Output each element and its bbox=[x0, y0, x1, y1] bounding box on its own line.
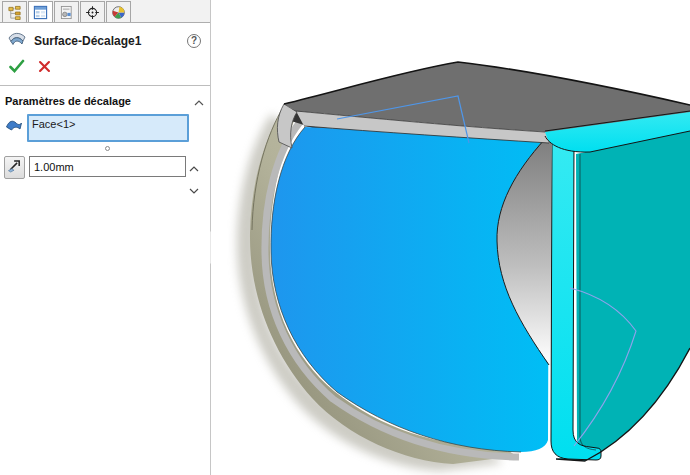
offset-parameters-group: Paramètres de décalage Face<1> bbox=[0, 86, 210, 198]
tab-configurationmanager[interactable] bbox=[54, 1, 79, 22]
face-icon bbox=[5, 118, 23, 136]
configuration-manager-icon bbox=[59, 5, 74, 20]
spinner-up-icon[interactable] bbox=[189, 158, 199, 176]
face-selection-row: Face<1> bbox=[0, 114, 210, 142]
display-manager-icon bbox=[111, 5, 126, 20]
collapse-chevron-icon bbox=[194, 92, 204, 110]
offset-spinner bbox=[189, 158, 199, 198]
group-title: Paramètres de décalage bbox=[5, 95, 194, 107]
close-icon bbox=[40, 62, 49, 71]
solidworks-window: Surface-Décalage1 ? Paramètres de décala… bbox=[0, 0, 690, 475]
dimxpert-icon bbox=[85, 5, 100, 20]
property-manager-panel: Surface-Décalage1 ? Paramètres de décala… bbox=[0, 0, 211, 475]
feature-tree-icon bbox=[7, 5, 22, 20]
surface-offset-icon bbox=[7, 31, 27, 51]
tab-propertymanager[interactable] bbox=[28, 1, 53, 22]
property-manager-icon bbox=[33, 5, 48, 20]
shell-side-face[interactable] bbox=[556, 130, 690, 461]
help-icon[interactable]: ? bbox=[187, 34, 201, 48]
feature-header: Surface-Décalage1 ? bbox=[0, 23, 210, 53]
manager-tab-bar bbox=[0, 0, 210, 23]
check-icon bbox=[11, 61, 24, 71]
selected-face-label: Face<1> bbox=[32, 118, 75, 130]
face-selection-box[interactable]: Face<1> bbox=[27, 114, 189, 142]
flip-direction-button[interactable] bbox=[4, 156, 25, 179]
selection-box-resize-handle[interactable] bbox=[105, 146, 110, 151]
tab-dimxpertmanager[interactable] bbox=[80, 1, 105, 22]
feature-title: Surface-Décalage1 bbox=[34, 34, 187, 48]
tab-displaymanager[interactable] bbox=[106, 1, 131, 22]
offset-distance-input[interactable] bbox=[29, 156, 186, 177]
group-header-offset-parameters[interactable]: Paramètres de décalage bbox=[0, 86, 210, 113]
spinner-down-icon[interactable] bbox=[189, 180, 199, 198]
confirm-bar bbox=[0, 53, 210, 82]
cancel-button[interactable] bbox=[38, 59, 51, 77]
flip-direction-icon bbox=[7, 158, 22, 177]
graphics-viewport[interactable] bbox=[211, 0, 690, 475]
tab-featuremanager[interactable] bbox=[2, 1, 27, 22]
offset-distance-row bbox=[0, 156, 210, 198]
ok-button[interactable] bbox=[9, 59, 25, 77]
